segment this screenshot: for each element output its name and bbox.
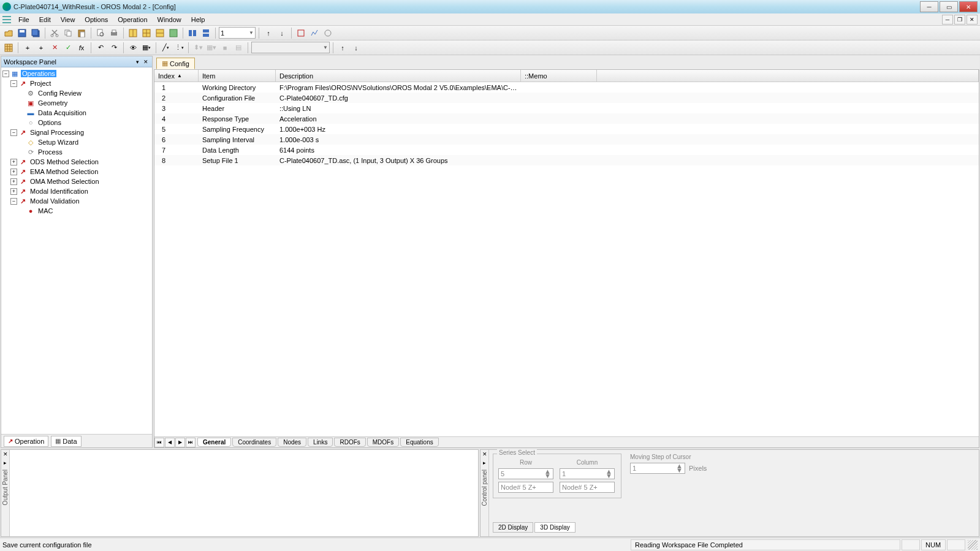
tree-geometry[interactable]: Geometry <box>37 99 69 107</box>
tree-options[interactable]: Options <box>37 119 63 126</box>
sheet-next-icon[interactable]: ▶ <box>175 438 185 447</box>
print-icon[interactable] <box>108 27 120 39</box>
arrow-down2-icon[interactable]: ↓ <box>350 42 362 54</box>
cursor-stepper[interactable]: 1▲▼ <box>630 463 685 474</box>
tool4-icon[interactable]: ▤ <box>232 42 245 54</box>
maximize-button[interactable]: ▭ <box>940 1 958 12</box>
tool2-icon[interactable]: ▦▾ <box>205 42 218 54</box>
tree-process[interactable]: Process <box>37 148 64 156</box>
pin-icon[interactable]: ▾ <box>134 58 141 66</box>
col-index[interactable]: Index▲ <box>154 70 199 82</box>
panel-close-icon[interactable]: ✕ <box>481 450 488 458</box>
col-stepper[interactable]: 1▲▼ <box>560 468 615 479</box>
expand-icon[interactable]: + <box>10 188 17 195</box>
table-row[interactable]: 2Configuration FileC-Plate040607_TD.cfg <box>154 93 979 103</box>
toolbar2-combo[interactable]: ▼ <box>251 42 330 53</box>
tree-ema[interactable]: EMA Method Selection <box>29 168 99 175</box>
grid-icon[interactable] <box>2 42 15 54</box>
table-row[interactable]: 8Setup File 1C-Plate040607_TD.asc, (1 In… <box>154 155 979 165</box>
mdi-close-button[interactable]: ✕ <box>967 15 978 25</box>
tree-setup-wizard[interactable]: Setup Wizard <box>37 139 80 146</box>
tree-mac[interactable]: MAC <box>37 207 54 215</box>
panel-close-icon[interactable]: ✕ <box>2 450 9 458</box>
toolbar-combo[interactable]: 1▼ <box>219 27 256 39</box>
tab-3d-display[interactable]: 3D Display <box>534 522 575 533</box>
undo-icon[interactable]: ↶ <box>94 42 107 54</box>
sheet-last-icon[interactable]: ⏭ <box>186 438 196 447</box>
tool1-icon[interactable]: ⬍▾ <box>192 42 204 54</box>
arrow-up2-icon[interactable]: ↑ <box>336 42 349 54</box>
tree-data-acq[interactable]: Data Acquisition <box>37 109 88 116</box>
tool-c-icon[interactable] <box>322 27 334 39</box>
tool3-icon[interactable]: ■ <box>219 42 231 54</box>
layout2-icon[interactable] <box>140 27 153 39</box>
sheet-coordinates[interactable]: Coordinates <box>232 438 276 447</box>
menu-window[interactable]: Window <box>153 15 186 25</box>
line-icon[interactable]: ╱▾ <box>159 42 172 54</box>
grid-body[interactable]: 1Working DirectoryF:\Program Files\OROS\… <box>154 82 979 436</box>
expand-icon[interactable]: − <box>10 80 17 87</box>
menu-file[interactable]: File <box>13 15 34 25</box>
layout3-icon[interactable] <box>154 27 166 39</box>
save-all-icon[interactable] <box>29 27 42 39</box>
minimize-button[interactable]: ─ <box>920 1 938 12</box>
tree-modal-ident[interactable]: Modal Identification <box>29 188 89 195</box>
arrow-up-icon[interactable]: ↑ <box>262 27 275 39</box>
redo-icon[interactable]: ↷ <box>108 42 120 54</box>
tool-b-icon[interactable] <box>308 27 321 39</box>
open-icon[interactable] <box>2 27 15 39</box>
menu-view[interactable]: View <box>56 15 80 25</box>
grid2-icon[interactable]: ▦▾ <box>140 42 153 54</box>
close-button[interactable]: ✕ <box>959 1 978 12</box>
expand-icon[interactable]: + <box>10 178 17 185</box>
sheet-nodes[interactable]: Nodes <box>278 438 306 447</box>
save-icon[interactable] <box>16 27 28 39</box>
expand-icon[interactable]: − <box>10 129 17 136</box>
table-row[interactable]: 1Working DirectoryF:\Program Files\OROS\… <box>154 82 979 93</box>
tree-modal-valid[interactable]: Modal Validation <box>29 197 81 205</box>
menu-options[interactable]: Options <box>80 15 113 25</box>
menu-edit[interactable]: Edit <box>34 15 56 25</box>
sheet-first-icon[interactable]: ⏮ <box>154 438 164 447</box>
col-memo[interactable]: ::Memo <box>521 70 597 82</box>
col-item[interactable]: Item <box>199 70 276 82</box>
check-icon[interactable]: ✓ <box>62 42 74 54</box>
cut-icon[interactable] <box>48 27 61 39</box>
table-row[interactable]: 5Sampling Frequency1.000e+003 Hz <box>154 124 979 134</box>
panel-close-icon[interactable]: ✕ <box>142 58 150 66</box>
expand-icon[interactable]: − <box>2 70 9 77</box>
fx-icon[interactable]: fx <box>75 42 88 54</box>
delete-icon[interactable]: ✕ <box>48 42 61 54</box>
expand-icon[interactable]: + <box>10 169 17 175</box>
expand-icon[interactable]: + <box>10 159 17 165</box>
sheet-links[interactable]: Links <box>308 438 333 447</box>
sheet-equations[interactable]: Equations <box>400 438 438 447</box>
table-row[interactable]: 4Response TypeAcceleration <box>154 113 979 124</box>
menu-help[interactable]: Help <box>186 15 210 25</box>
tab-data[interactable]: Data <box>51 436 81 447</box>
tool-a-icon[interactable] <box>295 27 307 39</box>
tab-operation[interactable]: Operation <box>4 436 48 447</box>
sheet-prev-icon[interactable]: ◀ <box>165 438 175 447</box>
table-row[interactable]: 7Data Length 6144 points <box>154 145 979 155</box>
output-body[interactable] <box>10 450 478 536</box>
tree-signal-proc[interactable]: Signal Processing <box>29 129 85 136</box>
col-description[interactable]: Description <box>276 70 521 82</box>
tree-oma[interactable]: OMA Method Selection <box>29 178 101 185</box>
mdi-minimize-button[interactable]: ─ <box>942 15 953 25</box>
resize-grip-icon[interactable] <box>968 540 978 550</box>
sheet-general[interactable]: General <box>197 438 231 447</box>
sheet-rdofs[interactable]: RDOFs <box>334 438 365 447</box>
tree-ods[interactable]: ODS Method Selection <box>29 158 100 165</box>
splitter2-icon[interactable] <box>200 27 212 39</box>
tab-2d-display[interactable]: 2D Display <box>493 522 533 533</box>
panel-pin-icon[interactable]: ▸ <box>481 459 488 466</box>
panel-pin-icon[interactable]: ▸ <box>2 459 9 466</box>
arrow-down-icon[interactable]: ↓ <box>276 27 288 39</box>
tree-project[interactable]: Project <box>29 80 52 87</box>
table-row[interactable]: 6Sampling Interval1.000e-003 s <box>154 134 979 145</box>
layout4-icon[interactable] <box>167 27 180 39</box>
col-extra[interactable] <box>597 70 979 82</box>
add2-icon[interactable]: + <box>35 42 47 54</box>
dots-icon[interactable]: ⋮▾ <box>173 42 185 54</box>
